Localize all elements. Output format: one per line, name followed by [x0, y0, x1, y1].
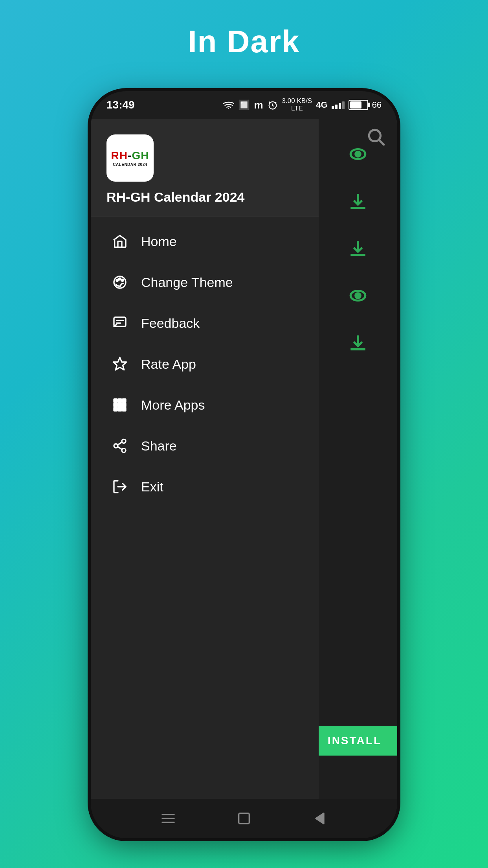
- app-icon-inner: RH-GH CALENDAR 2024: [111, 149, 149, 167]
- grid-icon: [110, 395, 129, 414]
- menu-label-share: Share: [141, 438, 177, 454]
- data-speed: 3.00 KB/S LTE: [282, 97, 312, 112]
- svg-point-29: [356, 293, 361, 298]
- app-icon-text: RH-GH: [111, 149, 149, 162]
- menu-list: Home Change T: [91, 217, 319, 511]
- menu-item-feedback[interactable]: Feedback: [91, 303, 319, 344]
- svg-rect-14: [114, 403, 117, 406]
- notification-icon: 🔲: [238, 99, 250, 110]
- hamburger-icon: [160, 811, 176, 826]
- drawer-header: RH-GH CALENDAR 2024 RH-GH Calendar 2024: [91, 119, 319, 217]
- home-icon: [110, 232, 129, 251]
- palette-icon: [110, 273, 129, 292]
- svg-point-5: [119, 278, 121, 280]
- app-icon: RH-GH CALENDAR 2024: [106, 134, 154, 182]
- svg-point-6: [121, 280, 123, 281]
- alarm-icon: [267, 99, 278, 110]
- status-icons: 🔲 m 3.00 KB/S LTE 4G: [223, 97, 382, 112]
- menu-label-change-theme: Change Theme: [141, 275, 233, 290]
- status-time: 13:49: [106, 99, 135, 111]
- right-panel: [319, 119, 397, 799]
- menu-item-home[interactable]: Home: [91, 221, 319, 262]
- svg-marker-34: [316, 813, 324, 824]
- download-icon-1: [346, 189, 370, 213]
- rh-letter: RH: [111, 149, 128, 162]
- eye-icon-2: [346, 284, 370, 307]
- app-name: RH-GH Calendar 2024: [106, 189, 303, 205]
- menu-item-exit[interactable]: Exit: [91, 466, 319, 507]
- wifi-icon: [223, 101, 234, 109]
- feedback-icon: [110, 314, 129, 333]
- svg-line-24: [117, 447, 122, 449]
- hamburger-nav-button[interactable]: [156, 807, 180, 830]
- exit-icon: [110, 477, 129, 496]
- svg-point-27: [356, 152, 361, 157]
- svg-rect-17: [114, 408, 117, 411]
- svg-point-4: [116, 280, 118, 281]
- svg-line-23: [117, 442, 122, 445]
- menu-item-share[interactable]: Share: [91, 425, 319, 466]
- search-icon: [366, 127, 385, 146]
- dash: -: [128, 149, 132, 162]
- calendar-label: CALENDAR 2024: [111, 162, 149, 167]
- menu-item-more-apps[interactable]: More Apps: [91, 384, 319, 425]
- m-indicator: m: [254, 99, 263, 111]
- svg-rect-15: [118, 403, 121, 406]
- menu-label-more-apps: More Apps: [141, 397, 205, 413]
- svg-rect-19: [123, 408, 126, 411]
- menu-label-feedback: Feedback: [141, 316, 200, 331]
- main-content: RH-GH CALENDAR 2024 RH-GH Calendar 2024: [91, 119, 397, 799]
- signal-bars: [332, 101, 345, 109]
- svg-rect-16: [123, 403, 126, 406]
- search-button[interactable]: [366, 127, 385, 148]
- status-bar: 13:49 🔲 m 3.00 KB/S LTE: [91, 91, 397, 119]
- svg-rect-12: [118, 399, 121, 402]
- star-icon: [110, 355, 129, 373]
- square-icon: [236, 811, 252, 826]
- phone-frame: 13:49 🔲 m 3.00 KB/S LTE: [91, 91, 397, 838]
- square-nav-button[interactable]: [232, 807, 256, 830]
- back-nav-button[interactable]: [308, 807, 332, 830]
- svg-rect-18: [118, 408, 121, 411]
- battery-level: 66: [372, 100, 382, 110]
- page-title: In Dark: [188, 24, 300, 60]
- download-icon-2: [346, 237, 370, 260]
- menu-label-exit: Exit: [141, 479, 163, 495]
- svg-marker-10: [113, 357, 126, 370]
- bottom-navigation: [91, 799, 397, 838]
- svg-rect-33: [239, 813, 250, 824]
- menu-label-home: Home: [141, 234, 177, 249]
- menu-label-rate-app: Rate App: [141, 357, 196, 372]
- gh-letter: GH: [132, 149, 149, 162]
- menu-item-rate-app[interactable]: Rate App: [91, 344, 319, 384]
- install-button[interactable]: INSTALL: [312, 726, 397, 756]
- svg-line-2: [379, 140, 383, 144]
- network-type: 4G: [316, 100, 327, 110]
- svg-rect-11: [114, 399, 117, 402]
- download-icon-3: [346, 331, 370, 355]
- screen: 13:49 🔲 m 3.00 KB/S LTE: [91, 91, 397, 838]
- menu-item-change-theme[interactable]: Change Theme: [91, 262, 319, 303]
- battery-icon: [349, 100, 368, 110]
- navigation-drawer: RH-GH CALENDAR 2024 RH-GH Calendar 2024: [91, 119, 319, 799]
- share-icon: [110, 436, 129, 455]
- svg-rect-13: [123, 399, 126, 402]
- back-triangle-icon: [312, 811, 328, 826]
